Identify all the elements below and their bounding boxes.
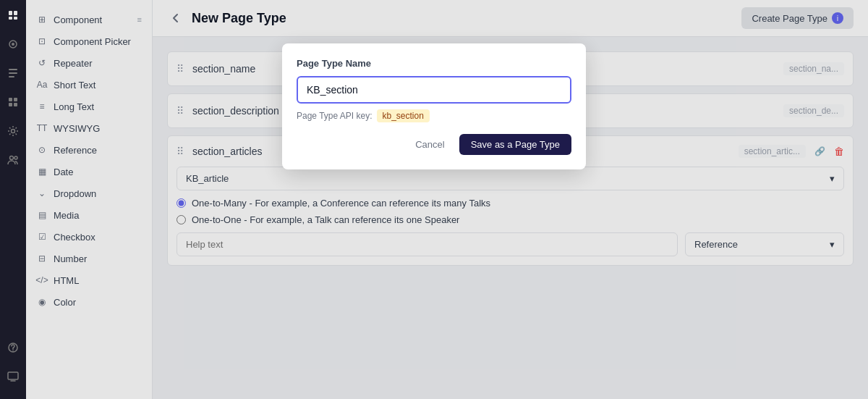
popup-title: Page Type Name xyxy=(297,58,571,69)
page-type-name-popup: Page Type Name Page Type API key: kb_sec… xyxy=(282,43,586,169)
modal-overlay: Page Type Name Page Type API key: kb_sec… xyxy=(0,0,868,399)
save-page-type-button[interactable]: Save as a Page Type xyxy=(459,134,571,155)
page-type-name-input[interactable] xyxy=(297,76,571,104)
popup-actions: Cancel Save as a Page Type xyxy=(297,134,571,155)
popup-api-row: Page Type API key: kb_section xyxy=(297,109,571,122)
cancel-button[interactable]: Cancel xyxy=(407,134,453,155)
api-key-badge: kb_section xyxy=(377,109,430,122)
